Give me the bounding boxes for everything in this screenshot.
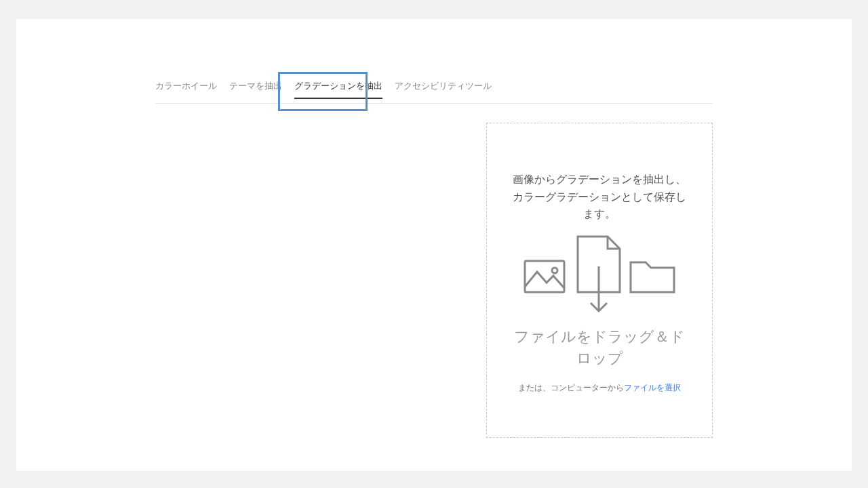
svg-point-1 [552, 268, 557, 273]
alt-prefix: または、コンピューターから [518, 383, 624, 392]
file-download-icon [578, 237, 620, 311]
alt-instruction: または、コンピューターからファイルを選択 [509, 382, 690, 394]
drag-drop-label: ファイルをドラッグ＆ドロップ [509, 326, 690, 369]
content-area: 画像からグラデーションを抽出し、カラーグラデーションとして保存します。 [155, 104, 713, 438]
image-icon [525, 261, 564, 292]
dropzone-icons [509, 234, 690, 315]
tab-accessibility-tools[interactable]: アクセシビリティツール [395, 80, 492, 103]
tab-extract-theme[interactable]: テーマを抽出 [229, 80, 282, 103]
folder-icon [631, 262, 674, 292]
tab-bar: カラーホイール テーマを抽出 グラデーションを抽出 アクセシビリティツール [155, 19, 713, 104]
select-file-link[interactable]: ファイルを選択 [624, 383, 681, 392]
main-card: カラーホイール テーマを抽出 グラデーションを抽出 アクセシビリティツール 画像… [16, 19, 852, 471]
tab-color-wheel[interactable]: カラーホイール [155, 80, 217, 103]
file-dropzone[interactable]: 画像からグラデーションを抽出し、カラーグラデーションとして保存します。 [486, 123, 713, 438]
dropzone-description: 画像からグラデーションを抽出し、カラーグラデーションとして保存します。 [509, 171, 690, 223]
tab-extract-gradient[interactable]: グラデーションを抽出 [294, 80, 382, 103]
svg-rect-0 [525, 261, 564, 292]
